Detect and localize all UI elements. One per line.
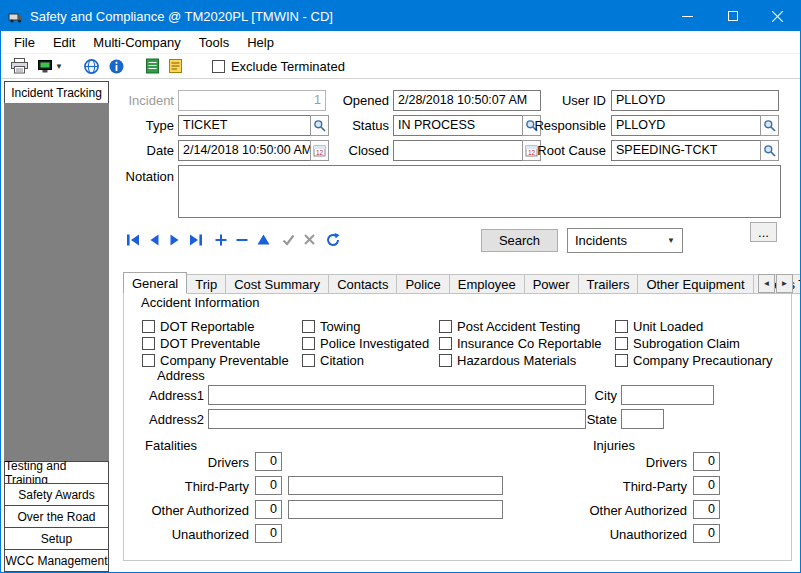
- titlebar[interactable]: Safety and Compliance @ TM2020PL [TMWIN …: [1, 1, 800, 31]
- menu-help[interactable]: Help: [238, 32, 283, 53]
- fatalities-other-authorized-field[interactable]: 0: [255, 500, 282, 519]
- fatalities-other-authorized-detail-field[interactable]: [288, 500, 503, 519]
- globe-icon[interactable]: [80, 55, 103, 77]
- closed-label: Closed: [335, 143, 389, 158]
- checkbox-hazardous-materials[interactable]: Hazardous Materials: [434, 353, 576, 368]
- fatalities-third-party-field[interactable]: 0: [255, 476, 282, 495]
- menu-edit[interactable]: Edit: [44, 32, 84, 53]
- checkbox-company-precautionary[interactable]: Company Precautionary: [610, 353, 772, 368]
- print-icon[interactable]: [7, 55, 32, 77]
- tab-general[interactable]: General: [123, 272, 187, 294]
- state-field[interactable]: [621, 409, 664, 429]
- previous-record-icon[interactable]: [144, 229, 164, 250]
- injuries-third-party-field[interactable]: 0: [693, 476, 720, 495]
- window-title: Safety and Compliance @ TM2020PL [TMWIN …: [30, 9, 333, 24]
- tab-power[interactable]: Power: [525, 274, 579, 294]
- date-label: Date: [104, 143, 174, 158]
- checkbox-dot-reportable[interactable]: DOT Reportable: [137, 319, 254, 334]
- maximize-icon[interactable]: [710, 1, 755, 31]
- next-record-icon[interactable]: [165, 229, 185, 250]
- responsible-lookup-icon[interactable]: [760, 115, 779, 136]
- checkbox-dot-preventable[interactable]: DOT Preventable: [137, 336, 260, 351]
- fatalities-third-party-detail-field[interactable]: [288, 476, 503, 495]
- root-cause-label: Root Cause: [519, 143, 606, 158]
- closed-field[interactable]: [393, 140, 523, 161]
- checkbox-subrogation-claim[interactable]: Subrogation Claim: [610, 336, 740, 351]
- status-field[interactable]: IN PROCESS: [393, 115, 523, 136]
- tab-employee[interactable]: Employee: [450, 274, 525, 294]
- date-field[interactable]: 2/14/2018 10:50:00 AM: [178, 140, 311, 161]
- checkbox-citation[interactable]: Citation: [297, 353, 364, 368]
- root-cause-field[interactable]: SPEEDING-TCKT: [611, 140, 762, 161]
- sidebar-item-safety-awards[interactable]: Safety Awards: [4, 483, 109, 506]
- tab-scroll-left-icon[interactable]: ◄: [758, 274, 775, 293]
- state-label: State: [585, 412, 617, 427]
- edit-record-icon[interactable]: [253, 229, 273, 250]
- scope-dropdown-value: Incidents: [575, 233, 627, 248]
- sidebar-item-setup[interactable]: Setup: [4, 527, 109, 550]
- injuries-drivers-label: Drivers: [581, 455, 687, 470]
- refresh-icon[interactable]: [323, 229, 343, 250]
- opened-field[interactable]: 2/28/2018 10:50:07 AM: [393, 90, 541, 111]
- search-button[interactable]: Search: [481, 229, 558, 252]
- menu-tools[interactable]: Tools: [190, 32, 238, 53]
- last-record-icon[interactable]: [186, 229, 206, 250]
- sidebar-item-incident-tracking[interactable]: Incident Tracking: [4, 81, 109, 104]
- checkbox-police-investigated[interactable]: Police Investigated: [297, 336, 429, 351]
- checkbox-insurance-co-reportable[interactable]: Insurance Co Reportable: [434, 336, 602, 351]
- close-icon[interactable]: [755, 1, 800, 31]
- tab-cost-summary[interactable]: Cost Summary: [226, 274, 329, 294]
- notation-textarea[interactable]: [178, 165, 781, 218]
- injuries-group-title: Injuries: [589, 438, 639, 453]
- checkbox-towing[interactable]: Towing: [297, 319, 360, 334]
- checkbox-post-accident-testing[interactable]: Post Accident Testing: [434, 319, 580, 334]
- date-calendar-icon[interactable]: 12: [310, 140, 329, 161]
- root-cause-lookup-icon[interactable]: [760, 140, 779, 161]
- fatalities-drivers-field[interactable]: 0: [255, 452, 282, 471]
- cancel-record-icon[interactable]: [299, 229, 319, 250]
- tab-contacts[interactable]: Contacts: [329, 274, 397, 294]
- incident-field: 1: [178, 90, 326, 111]
- status-label: Status: [335, 118, 389, 133]
- address2-field[interactable]: [208, 409, 586, 429]
- checkbox-company-preventable[interactable]: Company Preventable: [137, 353, 289, 368]
- sidebar-item-over-the-road[interactable]: Over the Road: [4, 505, 109, 528]
- chevron-down-icon: ▼: [667, 236, 675, 245]
- address1-field[interactable]: [208, 385, 586, 405]
- user-id-field[interactable]: PLLOYD: [611, 90, 779, 111]
- tab-trailers[interactable]: Trailers: [579, 274, 639, 294]
- add-record-icon[interactable]: [211, 229, 231, 250]
- delete-record-icon[interactable]: [232, 229, 252, 250]
- incident-label: Incident: [104, 93, 174, 108]
- tab-scroll-right-icon[interactable]: ►: [776, 274, 793, 293]
- sidebar-item-wcc-management[interactable]: WCC Management: [4, 549, 109, 572]
- scope-dropdown[interactable]: Incidents ▼: [567, 228, 683, 253]
- menu-file[interactable]: File: [5, 32, 44, 53]
- responsible-field[interactable]: PLLOYD: [611, 115, 762, 136]
- fatalities-unauthorized-field[interactable]: 0: [255, 524, 282, 543]
- injuries-other-authorized-field[interactable]: 0: [693, 500, 720, 519]
- spreadsheet-icon[interactable]: [142, 55, 163, 77]
- city-field[interactable]: [621, 385, 714, 405]
- more-options-button[interactable]: ...: [750, 222, 777, 242]
- info-icon[interactable]: [105, 55, 128, 77]
- type-field[interactable]: TICKET: [178, 115, 311, 136]
- tab-trip[interactable]: Trip: [187, 274, 226, 294]
- save-record-icon[interactable]: [278, 229, 298, 250]
- injuries-unauthorized-field[interactable]: 0: [693, 524, 720, 543]
- injuries-drivers-field[interactable]: 0: [693, 452, 720, 471]
- screen-mode-dropdown-icon[interactable]: ▼: [34, 55, 66, 77]
- checkbox-unit-loaded[interactable]: Unit Loaded: [610, 319, 703, 334]
- minimize-icon[interactable]: [665, 1, 710, 31]
- address2-label: Address2: [147, 412, 204, 427]
- tab-other-equipment[interactable]: Other Equipment: [638, 274, 753, 294]
- exclude-terminated-checkbox[interactable]: [212, 60, 225, 73]
- sidebar-item-testing-and-training[interactable]: Testing and Training: [4, 461, 109, 484]
- menu-multi-company[interactable]: Multi-Company: [84, 32, 189, 53]
- notes-icon[interactable]: [165, 55, 186, 77]
- type-lookup-icon[interactable]: [310, 115, 329, 136]
- notation-label: Notation: [104, 169, 174, 184]
- tab-police[interactable]: Police: [397, 274, 449, 294]
- first-record-icon[interactable]: [123, 229, 143, 250]
- fatalities-group-title: Fatalities: [141, 438, 201, 453]
